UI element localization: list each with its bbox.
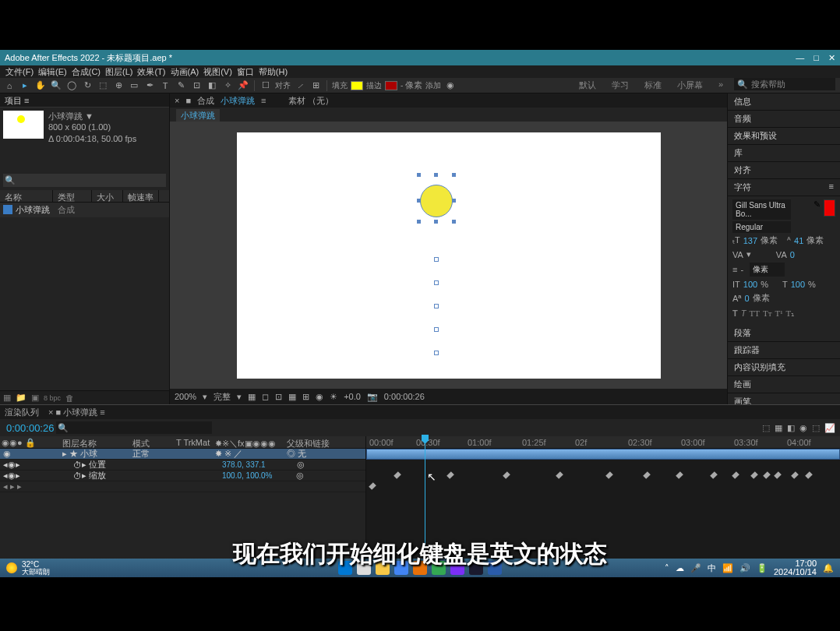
- tab-render-queue[interactable]: 渲染队列: [5, 407, 39, 418]
- shape-tool-icon[interactable]: ▭: [128, 79, 140, 92]
- col-layer-name[interactable]: 图层名称: [61, 436, 131, 448]
- pan-behind-tool-icon[interactable]: ⊕: [112, 79, 125, 92]
- workspace-small[interactable]: 小屏幕: [677, 79, 703, 91]
- panel-content-fill[interactable]: 内容识别填充: [728, 359, 840, 376]
- col-trkmat[interactable]: T TrkMat: [175, 436, 214, 448]
- fill-color-swatch[interactable]: [351, 81, 363, 90]
- snap-icon[interactable]: ⟋: [294, 79, 306, 92]
- bpc-label[interactable]: 8 bpc: [44, 394, 61, 402]
- font-size[interactable]: 137: [743, 236, 757, 245]
- timeline-prop-scale[interactable]: ◂◉▸ ⏱ ▸ 缩放 100.0, 100.0% ◎: [0, 471, 365, 481]
- hand-tool-icon[interactable]: ✋: [34, 79, 47, 92]
- panel-character[interactable]: 字符≡: [728, 179, 840, 196]
- layer-duration-bar[interactable]: [366, 449, 840, 460]
- minimize-button[interactable]: —: [796, 53, 804, 63]
- puppet-tool-icon[interactable]: 📌: [237, 79, 249, 92]
- transparency-icon[interactable]: ▦: [248, 392, 256, 402]
- workspace-standard[interactable]: 标准: [644, 79, 662, 91]
- italic-button[interactable]: T: [741, 308, 746, 319]
- panel-align[interactable]: 对齐: [728, 162, 840, 179]
- timeline-ruler[interactable]: 00:00f 00:30f 01:00f 01:25f 02f 02:30f 0…: [366, 436, 840, 449]
- fill-label[interactable]: 填充: [332, 80, 348, 91]
- zoom-tool-icon[interactable]: 🔍: [50, 79, 62, 92]
- keyframe[interactable]: [643, 471, 651, 479]
- grid-icon[interactable]: ⊞: [309, 79, 322, 92]
- font-family-select[interactable]: Gill Sans Ultra Bo...: [732, 199, 791, 220]
- grid-toggle-icon[interactable]: ▦: [288, 392, 296, 402]
- layer-parent[interactable]: 无: [298, 449, 306, 458]
- project-search[interactable]: 🔍: [3, 174, 166, 187]
- selection-handle[interactable]: [452, 220, 456, 224]
- panel-library[interactable]: 库: [728, 145, 840, 162]
- interpret-icon[interactable]: ▦: [3, 393, 11, 403]
- workspace-learn[interactable]: 学习: [612, 79, 629, 91]
- eyedropper-icon[interactable]: ✎: [814, 199, 821, 210]
- panel-tracker[interactable]: 跟踪器: [728, 342, 840, 359]
- keyframe[interactable]: [394, 471, 401, 479]
- text-color-swatch[interactable]: [824, 199, 835, 217]
- keyframe[interactable]: [676, 471, 683, 479]
- menu-composition[interactable]: 合成(C): [69, 65, 103, 78]
- menu-help[interactable]: 帮助(H): [256, 65, 290, 78]
- viewer-panel-icon[interactable]: ■: [185, 96, 191, 105]
- bold-button[interactable]: T: [732, 308, 738, 319]
- timeline-prop-position[interactable]: ◂◉▸ ⏱ ▸ 位置 378.0, 337.1 ◎: [0, 460, 365, 471]
- col-name[interactable]: 名称: [0, 190, 53, 202]
- smallcaps-button[interactable]: Tт: [763, 308, 772, 319]
- leading[interactable]: 41: [794, 236, 803, 245]
- guide-icon[interactable]: ⊞: [302, 392, 309, 402]
- selection-handle[interactable]: [417, 220, 421, 224]
- col-parent[interactable]: 父级和链接: [285, 436, 331, 448]
- help-search[interactable]: 🔍 搜索帮助: [734, 78, 835, 90]
- selection-tool-icon[interactable]: ▸: [19, 79, 31, 92]
- keyframe[interactable]: [774, 471, 782, 479]
- menu-file[interactable]: 文件(F): [3, 65, 36, 78]
- close-button[interactable]: ✕: [828, 53, 835, 63]
- viewer-lock-icon[interactable]: ×: [175, 96, 179, 105]
- scale-value[interactable]: 100.0, 100.0%: [222, 471, 273, 480]
- panel-paint[interactable]: 绘画: [728, 376, 840, 393]
- superscript-button[interactable]: T¹: [775, 308, 782, 319]
- menu-animation[interactable]: 动画(A): [168, 65, 202, 78]
- keyframe[interactable]: [446, 471, 454, 479]
- font-style-select[interactable]: Regular: [732, 221, 791, 233]
- viewer-tab-material[interactable]: 素材 （无）: [288, 95, 334, 107]
- region-icon[interactable]: ⊡: [275, 392, 282, 402]
- comp-thumbnail[interactable]: [3, 111, 44, 139]
- workspace-more-icon[interactable]: »: [718, 79, 723, 91]
- panel-audio[interactable]: 音频: [728, 111, 840, 128]
- stroke-color-swatch[interactable]: [385, 81, 397, 90]
- motion-keyframe[interactable]: [434, 327, 439, 332]
- tab-timeline-comp[interactable]: × ■ 小球弹跳 ≡: [48, 407, 105, 418]
- snapshot-icon[interactable]: 📷: [367, 392, 378, 402]
- tl-graph-icon[interactable]: 📈: [824, 423, 835, 433]
- zoom-select[interactable]: 200%: [175, 392, 196, 401]
- tl-tool-icon[interactable]: ◉: [799, 423, 807, 433]
- motion-keyframe[interactable]: [434, 351, 439, 355]
- timeline-layer-row[interactable]: ◉ ▸ ★ 小球 正常 ✸ ※ ／ ◎ 无: [0, 449, 365, 460]
- col-fps[interactable]: 帧速率: [123, 190, 159, 202]
- keyframe[interactable]: [805, 471, 813, 479]
- mask-icon[interactable]: ◻: [262, 392, 269, 402]
- vscale[interactable]: 100: [743, 280, 757, 289]
- selection-handle[interactable]: [452, 173, 456, 177]
- col-size[interactable]: 大小: [92, 190, 123, 202]
- resolution-dropdown-icon[interactable]: ▾: [237, 392, 242, 402]
- keyframe[interactable]: [750, 471, 758, 479]
- new-folder-icon[interactable]: 📁: [16, 393, 26, 403]
- panel-paragraph[interactable]: 段落: [728, 325, 840, 342]
- orbit-tool-icon[interactable]: ◯: [65, 79, 78, 92]
- selection-handle[interactable]: [417, 199, 421, 203]
- timeline-timecode[interactable]: 0:00:00:26: [0, 422, 56, 434]
- menu-view[interactable]: 视图(V): [201, 65, 235, 78]
- roto-tool-icon[interactable]: ✧: [221, 79, 234, 92]
- stopwatch-icon[interactable]: ⏱: [73, 471, 82, 481]
- baseline[interactable]: 0: [744, 294, 749, 303]
- layer-mode[interactable]: 正常: [132, 448, 176, 460]
- keyframe[interactable]: [369, 482, 376, 490]
- tl-tool-icon[interactable]: ⬚: [812, 423, 820, 433]
- project-row-comp[interactable]: 小球弹跳 合成: [0, 203, 169, 217]
- add-button-icon[interactable]: ◉: [444, 79, 457, 92]
- menu-layer[interactable]: 图层(L): [103, 65, 135, 78]
- tl-tool-icon[interactable]: ◧: [787, 423, 795, 433]
